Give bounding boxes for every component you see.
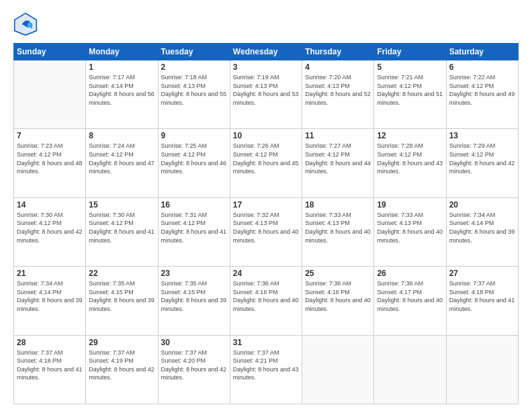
calendar-cell: 17Sunrise: 7:32 AMSunset: 4:13 PMDayligh… [230, 197, 302, 266]
calendar-cell: 18Sunrise: 7:33 AMSunset: 4:13 PMDayligh… [302, 197, 374, 266]
day-number: 5 [377, 62, 443, 72]
calendar-cell: 28Sunrise: 7:37 AMSunset: 4:18 PMDayligh… [14, 335, 86, 404]
day-info: Sunrise: 7:21 AMSunset: 4:12 PMDaylight:… [377, 73, 443, 107]
calendar-cell: 15Sunrise: 7:30 AMSunset: 4:12 PMDayligh… [86, 197, 158, 266]
calendar-cell: 14Sunrise: 7:30 AMSunset: 4:12 PMDayligh… [14, 197, 86, 266]
calendar-cell: 4Sunrise: 7:20 AMSunset: 4:13 PMDaylight… [302, 60, 374, 129]
calendar-cell: 10Sunrise: 7:26 AMSunset: 4:12 PMDayligh… [230, 129, 302, 197]
logo [13, 12, 40, 36]
day-header: Thursday [302, 44, 374, 60]
calendar-cell: 21Sunrise: 7:34 AMSunset: 4:14 PMDayligh… [14, 267, 86, 335]
calendar-cell: 12Sunrise: 7:28 AMSunset: 4:12 PMDayligh… [374, 129, 446, 197]
day-number: 26 [377, 269, 443, 278]
day-info: Sunrise: 7:22 AMSunset: 4:12 PMDaylight:… [449, 73, 515, 107]
day-info: Sunrise: 7:26 AMSunset: 4:12 PMDaylight:… [233, 142, 299, 175]
calendar-cell: 16Sunrise: 7:31 AMSunset: 4:12 PMDayligh… [158, 197, 230, 266]
calendar-week: 14Sunrise: 7:30 AMSunset: 4:12 PMDayligh… [14, 197, 519, 266]
calendar-cell: 27Sunrise: 7:37 AMSunset: 4:18 PMDayligh… [446, 267, 518, 335]
day-number: 20 [449, 200, 515, 210]
day-number: 18 [305, 200, 371, 210]
day-info: Sunrise: 7:23 AMSunset: 4:12 PMDaylight:… [17, 142, 83, 175]
day-number: 16 [161, 200, 227, 210]
day-info: Sunrise: 7:33 AMSunset: 4:13 PMDaylight:… [377, 211, 443, 244]
calendar-cell: 26Sunrise: 7:36 AMSunset: 4:17 PMDayligh… [374, 267, 446, 335]
day-info: Sunrise: 7:20 AMSunset: 4:13 PMDaylight:… [305, 73, 371, 107]
calendar-cell [14, 60, 86, 129]
calendar-cell: 8Sunrise: 7:24 AMSunset: 4:12 PMDaylight… [86, 129, 158, 197]
day-number: 25 [305, 269, 371, 278]
calendar-cell: 23Sunrise: 7:35 AMSunset: 4:15 PMDayligh… [158, 267, 230, 335]
calendar-body: 1Sunrise: 7:17 AMSunset: 4:14 PMDaylight… [14, 60, 519, 404]
day-info: Sunrise: 7:32 AMSunset: 4:13 PMDaylight:… [233, 211, 299, 244]
calendar-cell: 20Sunrise: 7:34 AMSunset: 4:14 PMDayligh… [446, 197, 518, 266]
day-info: Sunrise: 7:19 AMSunset: 4:13 PMDaylight:… [233, 73, 299, 107]
day-number: 4 [305, 62, 371, 72]
day-number: 14 [17, 200, 83, 210]
day-number: 15 [89, 200, 154, 210]
day-info: Sunrise: 7:37 AMSunset: 4:20 PMDaylight:… [161, 349, 227, 382]
calendar-cell [374, 335, 446, 404]
day-number: 19 [377, 200, 443, 210]
day-header: Wednesday [230, 44, 302, 60]
day-header: Sunday [14, 44, 86, 60]
calendar-cell: 31Sunrise: 7:37 AMSunset: 4:21 PMDayligh… [230, 335, 302, 404]
day-info: Sunrise: 7:35 AMSunset: 4:15 PMDaylight:… [89, 279, 154, 313]
day-number: 3 [233, 62, 299, 72]
calendar-cell: 11Sunrise: 7:27 AMSunset: 4:12 PMDayligh… [302, 129, 374, 197]
calendar-cell: 1Sunrise: 7:17 AMSunset: 4:14 PMDaylight… [86, 60, 158, 129]
calendar-cell: 29Sunrise: 7:37 AMSunset: 4:19 PMDayligh… [86, 335, 158, 404]
day-number: 11 [305, 131, 371, 140]
calendar-cell: 25Sunrise: 7:36 AMSunset: 4:16 PMDayligh… [302, 267, 374, 335]
day-info: Sunrise: 7:37 AMSunset: 4:19 PMDaylight:… [89, 349, 154, 382]
calendar-cell: 7Sunrise: 7:23 AMSunset: 4:12 PMDaylight… [14, 129, 86, 197]
calendar-week: 21Sunrise: 7:34 AMSunset: 4:14 PMDayligh… [14, 267, 519, 335]
day-number: 28 [17, 338, 83, 347]
day-number: 23 [161, 269, 227, 278]
calendar-table: SundayMondayTuesdayWednesdayThursdayFrid… [13, 43, 519, 404]
calendar-cell: 19Sunrise: 7:33 AMSunset: 4:13 PMDayligh… [374, 197, 446, 266]
day-number: 10 [233, 131, 299, 140]
day-info: Sunrise: 7:28 AMSunset: 4:12 PMDaylight:… [377, 142, 443, 175]
calendar-cell: 9Sunrise: 7:25 AMSunset: 4:12 PMDaylight… [158, 129, 230, 197]
day-number: 9 [161, 131, 227, 140]
day-number: 17 [233, 200, 299, 210]
calendar-cell: 6Sunrise: 7:22 AMSunset: 4:12 PMDaylight… [446, 60, 518, 129]
day-info: Sunrise: 7:29 AMSunset: 4:12 PMDaylight:… [449, 142, 515, 175]
calendar-cell: 30Sunrise: 7:37 AMSunset: 4:20 PMDayligh… [158, 335, 230, 404]
day-info: Sunrise: 7:36 AMSunset: 4:16 PMDaylight:… [305, 279, 371, 313]
day-number: 7 [17, 131, 83, 140]
day-header: Monday [86, 44, 158, 60]
calendar-cell: 13Sunrise: 7:29 AMSunset: 4:12 PMDayligh… [446, 129, 518, 197]
day-info: Sunrise: 7:33 AMSunset: 4:13 PMDaylight:… [305, 211, 371, 244]
day-number: 6 [449, 62, 515, 72]
calendar-cell: 22Sunrise: 7:35 AMSunset: 4:15 PMDayligh… [86, 267, 158, 335]
day-info: Sunrise: 7:37 AMSunset: 4:18 PMDaylight:… [449, 279, 515, 313]
day-number: 1 [89, 62, 154, 72]
logo-icon [13, 12, 38, 36]
calendar-week: 7Sunrise: 7:23 AMSunset: 4:12 PMDaylight… [14, 129, 519, 197]
day-header: Friday [374, 44, 446, 60]
day-number: 12 [377, 131, 443, 140]
day-info: Sunrise: 7:37 AMSunset: 4:18 PMDaylight:… [17, 349, 83, 382]
day-number: 29 [89, 338, 154, 347]
day-info: Sunrise: 7:27 AMSunset: 4:12 PMDaylight:… [305, 142, 371, 175]
header-row: SundayMondayTuesdayWednesdayThursdayFrid… [14, 44, 519, 60]
day-info: Sunrise: 7:31 AMSunset: 4:12 PMDaylight:… [161, 211, 227, 244]
day-number: 30 [161, 338, 227, 347]
day-number: 8 [89, 131, 154, 140]
calendar-header: SundayMondayTuesdayWednesdayThursdayFrid… [14, 44, 519, 60]
day-info: Sunrise: 7:18 AMSunset: 4:13 PMDaylight:… [161, 73, 227, 107]
day-info: Sunrise: 7:30 AMSunset: 4:12 PMDaylight:… [89, 211, 154, 244]
day-number: 2 [161, 62, 227, 72]
calendar-cell: 24Sunrise: 7:36 AMSunset: 4:16 PMDayligh… [230, 267, 302, 335]
header [13, 12, 519, 36]
calendar-cell [302, 335, 374, 404]
day-info: Sunrise: 7:30 AMSunset: 4:12 PMDaylight:… [17, 211, 83, 244]
day-info: Sunrise: 7:17 AMSunset: 4:14 PMDaylight:… [89, 73, 154, 107]
calendar-cell: 2Sunrise: 7:18 AMSunset: 4:13 PMDaylight… [158, 60, 230, 129]
calendar-cell: 5Sunrise: 7:21 AMSunset: 4:12 PMDaylight… [374, 60, 446, 129]
day-info: Sunrise: 7:35 AMSunset: 4:15 PMDaylight:… [161, 279, 227, 313]
day-info: Sunrise: 7:25 AMSunset: 4:12 PMDaylight:… [161, 142, 227, 175]
day-info: Sunrise: 7:36 AMSunset: 4:17 PMDaylight:… [377, 279, 443, 313]
day-number: 27 [449, 269, 515, 278]
